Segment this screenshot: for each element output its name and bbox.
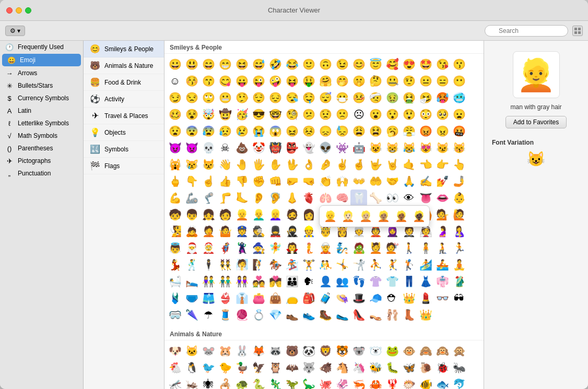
emoji-cell[interactable]: 🐬: [451, 376, 467, 389]
emoji-cell[interactable]: 👚: [367, 273, 384, 290]
sidebar-item-pictographs[interactable]: ✈Pictographs: [0, 155, 83, 167]
emoji-cell[interactable]: 😳: [417, 106, 434, 123]
emoji-cell[interactable]: 😭: [250, 123, 267, 139]
emoji-cell[interactable]: 🙈: [417, 343, 434, 359]
emoji-cell[interactable]: 👾: [334, 139, 350, 156]
emoji-cell[interactable]: 🦐: [350, 376, 367, 389]
emoji-cell[interactable]: 👞: [284, 307, 300, 323]
emoji-cell[interactable]: 🦋: [401, 359, 417, 376]
emoji-cell[interactable]: 😸: [384, 139, 401, 156]
emoji-cell[interactable]: 👟: [300, 307, 317, 323]
emoji-cell[interactable]: 👈: [417, 156, 434, 173]
emoji-cell[interactable]: 😲: [401, 106, 417, 123]
emoji-cell[interactable]: 👏: [317, 173, 334, 190]
emoji-cell[interactable]: 🦾: [183, 190, 200, 206]
emoji-cell[interactable]: 💅: [434, 173, 451, 190]
emoji-cell[interactable]: 🧑: [217, 206, 233, 223]
emoji-cell[interactable]: 🏃: [451, 240, 467, 256]
emoji-cell[interactable]: 🦖: [284, 376, 300, 389]
emoji-cell[interactable]: 🦿: [200, 190, 217, 206]
emoji-cell[interactable]: 😬: [217, 89, 233, 106]
emoji-cell[interactable]: 🧘: [451, 256, 467, 273]
emoji-cell[interactable]: 🧙: [250, 240, 267, 256]
maximize-button[interactable]: [25, 7, 31, 14]
emoji-cell[interactable]: 👿: [183, 139, 200, 156]
emoji-cell[interactable]: 🏋: [300, 256, 317, 273]
emoji-cell[interactable]: ☺: [167, 73, 183, 89]
emoji-cell[interactable]: 🤰: [434, 223, 451, 240]
emoji-cell[interactable]: 🧚: [267, 240, 284, 256]
emoji-cell[interactable]: 🧝: [317, 240, 334, 256]
emoji-cell[interactable]: 👑: [401, 290, 417, 307]
emoji-cell[interactable]: 🧏: [167, 223, 183, 240]
emoji-cell[interactable]: 🐟: [434, 376, 451, 389]
category-item-activity[interactable]: ⚽Activity: [84, 91, 164, 108]
emoji-cell[interactable]: 🤟: [367, 156, 384, 173]
emoji-cell[interactable]: 😩: [350, 123, 367, 139]
emoji-cell[interactable]: 🤣: [267, 56, 284, 73]
category-item-animals-nature[interactable]: 🐻Animals & Nature: [84, 57, 164, 74]
emoji-cell[interactable]: 🐠: [417, 376, 434, 389]
emoji-cell[interactable]: 🛀: [167, 273, 183, 290]
category-item-travel-places[interactable]: ✈Travel & Places: [84, 108, 164, 124]
emoji-cell[interactable]: 💏: [267, 273, 284, 290]
emoji-cell[interactable]: 🕷: [200, 376, 217, 389]
emoji-cell[interactable]: 🤲: [367, 173, 384, 190]
emoji-cell[interactable]: 🛌: [183, 273, 200, 290]
emoji-cell[interactable]: 🤤: [300, 89, 317, 106]
emoji-cell[interactable]: 🦻: [267, 190, 284, 206]
emoji-cell[interactable]: 🎒: [300, 290, 317, 307]
emoji-cell[interactable]: 🐵: [401, 343, 417, 359]
category-item-symbols[interactable]: 🔣Symbols: [84, 141, 164, 158]
emoji-cell[interactable]: 🐢: [233, 376, 250, 389]
emoji-cell[interactable]: 😚: [183, 73, 200, 89]
emoji-cell[interactable]: 👩: [300, 206, 317, 223]
emoji-cell[interactable]: 💃: [167, 256, 183, 273]
emoji-cell[interactable]: 💩: [233, 139, 250, 156]
category-item-flags[interactable]: 🏁Flags: [84, 158, 164, 174]
emoji-cell[interactable]: 😇: [367, 56, 384, 73]
emoji-cell[interactable]: 🏂: [284, 256, 300, 273]
emoji-cell[interactable]: 🦕: [300, 376, 317, 389]
emoji-cell[interactable]: 🐧: [183, 359, 200, 376]
emoji-cell[interactable]: 👡: [367, 307, 384, 323]
emoji-cell[interactable]: 🧜: [300, 240, 317, 256]
emoji-cell[interactable]: 👁: [401, 190, 417, 206]
emoji-cell[interactable]: 🦊: [250, 343, 267, 359]
minimize-button[interactable]: [16, 7, 22, 14]
emoji-cell[interactable]: 🐌: [417, 359, 434, 376]
emoji-cell[interactable]: 🤺: [350, 256, 367, 273]
emoji-cell[interactable]: 🐗: [317, 359, 334, 376]
emoji-cell[interactable]: 🤱: [451, 223, 467, 240]
emoji-cell[interactable]: 😊: [350, 56, 367, 73]
skin-tone-option[interactable]: 👱🏿: [410, 208, 427, 225]
emoji-cell[interactable]: 🕶: [451, 290, 467, 307]
emoji-cell[interactable]: 🤑: [300, 73, 317, 89]
emoji-cell[interactable]: 🕵: [250, 223, 267, 240]
emoji-cell[interactable]: 🦝: [267, 343, 284, 359]
sidebar-item-punctuation[interactable]: „Punctuation: [0, 167, 83, 180]
emoji-cell[interactable]: 🐱: [183, 343, 200, 359]
emoji-cell[interactable]: 🤝: [384, 173, 401, 190]
emoji-cell[interactable]: 🐰: [233, 343, 250, 359]
emoji-cell[interactable]: 😦: [451, 106, 467, 123]
emoji-cell[interactable]: 🦅: [250, 359, 267, 376]
emoji-cell[interactable]: 👀: [384, 190, 401, 206]
emoji-cell[interactable]: 🏇: [267, 256, 284, 273]
search-input[interactable]: [485, 25, 568, 37]
emoji-cell[interactable]: 🫀: [300, 190, 317, 206]
emoji-cell[interactable]: 🤢: [384, 89, 401, 106]
emoji-cell[interactable]: 🧢: [367, 290, 384, 307]
emoji-cell[interactable]: 🥰: [384, 56, 401, 73]
emoji-cell[interactable]: 🧐: [284, 106, 300, 123]
emoji-cell[interactable]: 👝: [284, 290, 300, 307]
emoji-cell[interactable]: 👛: [250, 290, 267, 307]
skin-tone-option[interactable]: 👱🏼: [357, 208, 374, 225]
emoji-cell[interactable]: 😙: [200, 73, 217, 89]
emoji-cell[interactable]: 👱‍♀️: [267, 206, 284, 223]
sidebar-item-bullets-stars[interactable]: ✳Bullets/Stars: [0, 79, 83, 92]
skin-tone-option[interactable]: 👱: [322, 208, 338, 225]
emoji-cell[interactable]: 🌂: [183, 307, 200, 323]
emoji-cell[interactable]: 🦂: [217, 376, 233, 389]
emoji-cell[interactable]: 👬: [217, 273, 233, 290]
